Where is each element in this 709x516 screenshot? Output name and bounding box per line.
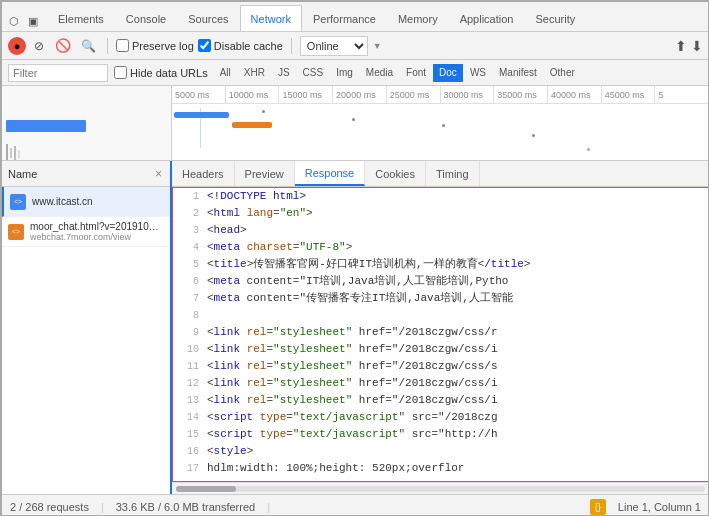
tick-8: 45000 ms — [602, 86, 656, 103]
name-column-header: Name — [8, 168, 37, 180]
record-button[interactable]: ● — [8, 37, 26, 55]
line-info-status: Line 1, Column 1 — [618, 501, 701, 513]
request-item-2[interactable]: <> moor_chat.html?v=20191011&clientId=&u… — [2, 217, 170, 247]
tab-sources[interactable]: Sources — [177, 5, 239, 31]
hscroll-track[interactable] — [176, 486, 705, 492]
timeline-left-panel — [2, 86, 172, 160]
tab-console[interactable]: Console — [115, 5, 177, 31]
request-item-1[interactable]: <> www.itcast.cn — [2, 187, 170, 217]
tick-5: 30000 ms — [441, 86, 495, 103]
search-button[interactable]: 🔍 — [78, 37, 99, 55]
tick-3: 20000 ms — [333, 86, 387, 103]
throttle-arrow: ▼ — [373, 41, 382, 51]
filter-type-css[interactable]: CSS — [297, 64, 330, 82]
code-view[interactable]: 1<!DOCTYPE html>2<html lang="en">3<head>… — [172, 187, 709, 482]
stop-button[interactable]: ⊘ — [30, 37, 48, 55]
line-num-15: 15 — [177, 426, 199, 443]
code-line-8: 8 — [173, 307, 708, 324]
clear-button[interactable]: 🚫 — [52, 36, 74, 55]
timeline-bars[interactable] — [172, 104, 709, 160]
filter-type-font[interactable]: Font — [400, 64, 432, 82]
close-panel-button[interactable]: × — [153, 167, 164, 181]
tab-elements[interactable]: Elements — [47, 5, 115, 31]
code-line-13: 13 <link rel="stylesheet" href="/2018czg… — [173, 392, 708, 409]
export-button[interactable]: ⬇ — [691, 38, 703, 54]
code-hscroll[interactable] — [172, 482, 709, 494]
line-content-3: <head> — [207, 222, 704, 238]
tick-2: 15000 ms — [279, 86, 333, 103]
filter-type-xhr[interactable]: XHR — [238, 64, 271, 82]
filter-input[interactable] — [8, 64, 108, 82]
tab-memory[interactable]: Memory — [387, 5, 449, 31]
tab-response[interactable]: Response — [295, 161, 366, 186]
filter-type-media[interactable]: Media — [360, 64, 399, 82]
main-tab-bar: ⬡ ▣ Elements Console Sources Network Per… — [2, 2, 709, 32]
hscroll-thumb[interactable] — [176, 486, 236, 492]
throttle-select[interactable]: Online Fast 3G Slow 3G Offline — [300, 36, 368, 56]
timeline-area: 5000 ms 10000 ms 15000 ms 20000 ms 25000… — [2, 86, 709, 161]
tab-preview[interactable]: Preview — [235, 161, 295, 186]
separator-2 — [291, 38, 292, 54]
disable-cache-checkbox[interactable]: Disable cache — [198, 39, 283, 52]
tab-timing[interactable]: Timing — [426, 161, 480, 186]
tab-application[interactable]: Application — [449, 5, 525, 31]
requests-status: 2 / 268 requests — [10, 501, 89, 513]
line-num-9: 9 — [177, 324, 199, 341]
code-line-16: 16 <style> — [173, 443, 708, 460]
devtools-dock-icon[interactable]: ▣ — [25, 14, 41, 29]
preserve-log-input[interactable] — [116, 39, 129, 52]
line-content-15: <script type="text/javascript" src="http… — [207, 426, 704, 442]
line-content-12: <link rel="stylesheet" href="/2018czgw/c… — [207, 375, 704, 391]
timeline-main[interactable]: 5000 ms 10000 ms 15000 ms 20000 ms 25000… — [172, 86, 709, 160]
req-item-1-text-container: www.itcast.cn — [32, 196, 164, 207]
tab-headers[interactable]: Headers — [172, 161, 235, 186]
line-num-1: 1 — [177, 188, 199, 205]
line-content-9: <link rel="stylesheet" href="/2018czgw/c… — [207, 324, 704, 340]
line-num-17: 17 — [177, 460, 199, 477]
tick-7: 40000 ms — [548, 86, 602, 103]
hide-data-urls-input[interactable] — [114, 66, 127, 79]
line-num-16: 16 — [177, 443, 199, 460]
import-button[interactable]: ⬆ — [675, 38, 687, 54]
filter-row: Hide data URLs All XHR JS CSS Img Media … — [2, 60, 709, 86]
line-content-1: <!DOCTYPE html> — [207, 188, 704, 204]
line-content-6: <meta content="IT培训,Java培训,人工智能培训,Pytho — [207, 273, 704, 289]
code-line-5: 5 <title>传智播客官网-好口碑IT培训机构,一样的教育</title> — [173, 256, 708, 273]
filter-type-doc[interactable]: Doc — [433, 64, 463, 82]
tab-cookies[interactable]: Cookies — [365, 161, 426, 186]
code-line-17: 17 hdlm:width: 100%;height: 520px;overfl… — [173, 460, 708, 477]
line-num-10: 10 — [177, 341, 199, 358]
net-bar-1 — [174, 112, 229, 118]
preserve-log-label: Preserve log — [132, 40, 194, 52]
disable-cache-input[interactable] — [198, 39, 211, 52]
hide-data-urls-checkbox[interactable]: Hide data URLs — [114, 66, 208, 79]
line-num-11: 11 — [177, 358, 199, 375]
preserve-log-checkbox[interactable]: Preserve log — [116, 39, 194, 52]
filter-type-img[interactable]: Img — [330, 64, 359, 82]
timeline-blip-1 — [262, 110, 265, 113]
tab-performance[interactable]: Performance — [302, 5, 387, 31]
line-content-5: <title>传智播客官网-好口碑IT培训机构,一样的教育</title> — [207, 256, 704, 272]
filter-type-manifest[interactable]: Manifest — [493, 64, 543, 82]
req-item-2-name: moor_chat.html?v=20191011&clientId=&urlT… — [30, 221, 164, 232]
line-num-5: 5 — [177, 256, 199, 273]
filter-type-other[interactable]: Other — [544, 64, 581, 82]
response-tabs: Headers Preview Response Cookies Timing — [172, 161, 709, 187]
line-content-8 — [207, 307, 704, 323]
hide-data-urls-label: Hide data URLs — [130, 67, 208, 79]
filter-type-all[interactable]: All — [214, 64, 237, 82]
code-line-15: 15 <script type="text/javascript" src="h… — [173, 426, 708, 443]
filter-type-js[interactable]: JS — [272, 64, 296, 82]
tab-network[interactable]: Network — [240, 5, 302, 31]
json-icon: {} — [590, 499, 606, 515]
size-status: 33.6 KB / 6.0 MB transferred — [116, 501, 255, 513]
line-content-4: <meta charset="UTF-8"> — [207, 239, 704, 255]
filter-type-ws[interactable]: WS — [464, 64, 492, 82]
devtools-cursor-icon[interactable]: ⬡ — [6, 14, 22, 29]
tab-security[interactable]: Security — [524, 5, 586, 31]
req-icon-2: <> — [8, 224, 24, 240]
tick-1: 10000 ms — [226, 86, 280, 103]
timeline-blip-2 — [352, 118, 355, 121]
line-content-17: hdlm:width: 100%;height: 520px;overflor — [207, 460, 704, 476]
request-list-header: Name × — [2, 161, 170, 187]
